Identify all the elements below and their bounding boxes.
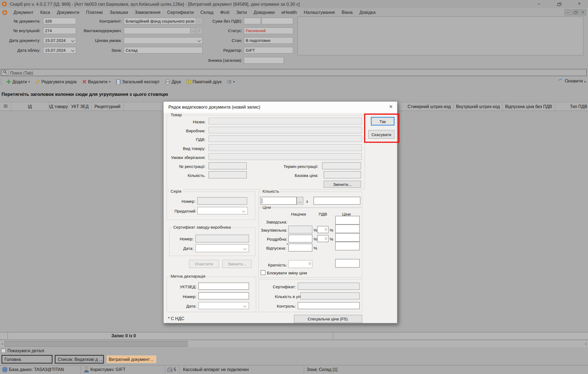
scroll-right-arrow[interactable]: ›: [583, 341, 588, 347]
menu-item-windows[interactable]: Вікна: [338, 10, 356, 15]
purchase-price-field[interactable]: [335, 225, 359, 233]
series-valid-chevron-icon[interactable]: [242, 209, 245, 213]
delete-button[interactable]: Видалити▾: [79, 79, 113, 84]
extra-price-field[interactable]: [335, 259, 359, 268]
purchase-markup-field[interactable]: [288, 226, 312, 234]
column-header-prescription[interactable]: Рецептурний: [92, 102, 124, 111]
mdi-restore-button[interactable]: [572, 9, 579, 15]
menu-item-certificates[interactable]: Сертифікати: [164, 10, 197, 15]
edit-row-button[interactable]: Редагувати рядок: [32, 79, 79, 84]
product-change-button[interactable]: Змінити...: [324, 181, 361, 188]
menu-item-documents[interactable]: Документи: [53, 10, 83, 15]
menu-item-directories[interactable]: Довідники: [250, 10, 278, 15]
menu-item-branches[interactable]: Філії: [217, 10, 233, 15]
columns-menu-button[interactable]: ▾: [224, 79, 237, 84]
product-type-field[interactable]: [209, 144, 362, 151]
cert-clear-button[interactable]: Очистити: [189, 260, 219, 268]
menu-item-stock[interactable]: Залишки: [106, 10, 132, 15]
ok-button[interactable]: Так: [371, 117, 395, 126]
tab-expense-document[interactable]: Витратний документ ..: [106, 355, 157, 364]
mdi-minimize-button[interactable]: –: [564, 9, 571, 15]
menu-item-ehealth[interactable]: eHealth: [278, 10, 300, 15]
factory-price-field[interactable]: [335, 216, 359, 225]
retail-vat-field[interactable]: 0: [317, 235, 328, 242]
uktzed-field[interactable]: [198, 283, 249, 290]
sum-no-vat-field-1[interactable]: [244, 18, 261, 24]
batch-print-button[interactable]: Пакетний друк: [184, 79, 224, 84]
menu-item-settings[interactable]: Налаштування: [300, 10, 338, 15]
special-price-button[interactable]: Спеціальна ціна (F5).: [294, 315, 362, 323]
cert-change-button[interactable]: Змінити...: [223, 260, 252, 268]
column-header-uktzed[interactable]: УКТ ЗЕД: [69, 102, 92, 111]
column-header-sticker-barcode[interactable]: Стикерний штрих-код: [405, 102, 454, 111]
cancel-button[interactable]: Скасувати: [368, 130, 394, 139]
dialog-title-bar[interactable]: Рядок видаткового документа (новий запис…: [163, 102, 397, 113]
certificate-field[interactable]: [298, 283, 359, 290]
row-selector-column-header[interactable]: [0, 102, 11, 111]
add-button[interactable]: Додати▾: [4, 79, 33, 84]
series-number-field[interactable]: [197, 197, 247, 205]
cert-date-chevron-icon[interactable]: [243, 247, 246, 250]
refresh-button[interactable]: Оновити ▾: [558, 78, 586, 84]
column-header-product-id[interactable]: ІД товару: [49, 102, 69, 111]
delete-dropdown-icon[interactable]: ▾: [109, 80, 111, 83]
cert-date-dropdown[interactable]: [195, 244, 249, 252]
menu-item-help[interactable]: Довідка: [356, 10, 379, 15]
columns-menu-dropdown-icon[interactable]: ▾: [233, 80, 235, 83]
quantity-total-field[interactable]: [313, 197, 360, 205]
tab-expense-list[interactable]: Список: Видаткові д ...: [55, 355, 104, 364]
add-dropdown-icon[interactable]: ▾: [28, 80, 30, 83]
customs-number-field[interactable]: [198, 292, 249, 299]
horizontal-scrollbar[interactable]: ‹ ›: [0, 341, 588, 347]
column-header-id[interactable]: ІД: [11, 102, 49, 111]
series-valid-dropdown[interactable]: [197, 207, 248, 214]
export-button[interactable]: Загальний експорт: [113, 79, 162, 84]
product-name-field[interactable]: [209, 118, 362, 124]
refresh-dropdown-icon[interactable]: ▾: [584, 80, 586, 84]
window-minimize-button[interactable]: –: [534, 1, 544, 7]
reg-number-field[interactable]: [209, 162, 247, 169]
tab-main[interactable]: Головна: [2, 355, 53, 364]
customs-date-dropdown[interactable]: [198, 302, 249, 309]
control-field[interactable]: [298, 302, 359, 309]
selling-markup-field[interactable]: [288, 244, 312, 252]
column-header-vat-type[interactable]: Тип ПДВ: [555, 102, 588, 111]
search-input[interactable]: [9, 69, 461, 76]
sum-no-vat-field-2[interactable]: [261, 18, 293, 24]
retail-markup-field[interactable]: [288, 235, 312, 243]
product-quantity-field[interactable]: [209, 171, 247, 178]
menu-item-payments[interactable]: Платежі: [83, 10, 106, 15]
discount-field[interactable]: [244, 57, 284, 64]
mdi-close-button[interactable]: ×: [579, 9, 586, 15]
vat-field[interactable]: [209, 135, 362, 142]
search-bar[interactable]: [1, 69, 587, 76]
menu-item-document[interactable]: Документ: [10, 10, 37, 15]
customs-date-chevron-icon[interactable]: [243, 304, 246, 308]
scrollbar-thumb[interactable]: [5, 341, 188, 347]
menu-item-warehouse[interactable]: Склад: [197, 10, 217, 15]
column-header-selling-price[interactable]: Відпускна ціна без ПДВ: [502, 102, 555, 111]
cert-number-field[interactable]: [195, 235, 249, 243]
print-button[interactable]: Друк: [162, 79, 184, 84]
window-close-button[interactable]: ×: [574, 1, 584, 7]
show-details-checkbox[interactable]: [1, 349, 6, 353]
qty-per-pack-field[interactable]: [300, 292, 360, 299]
quantity-input[interactable]: [260, 197, 297, 205]
menu-item-orders[interactable]: Замовлення: [131, 10, 164, 15]
dialog-close-button[interactable]: ×: [389, 103, 393, 110]
selling-price-field[interactable]: [335, 242, 359, 250]
menu-item-kasa[interactable]: Каса: [37, 10, 53, 15]
manufacturer-field[interactable]: [209, 127, 362, 133]
column-header-internal-barcode[interactable]: Внутрішній штрих-код: [454, 102, 502, 111]
scroll-left-arrow[interactable]: ‹: [0, 341, 5, 347]
storage-field[interactable]: [209, 153, 362, 160]
menu-item-reports[interactable]: Звіти: [233, 10, 250, 15]
toolbar-grip[interactable]: [1, 78, 4, 85]
purchase-vat-field[interactable]: 0: [317, 226, 328, 233]
multiplicity-field[interactable]: 0: [288, 260, 312, 268]
retail-price-field[interactable]: [335, 233, 359, 242]
quantity-lookup-button[interactable]: ...: [297, 197, 303, 205]
base-price-field[interactable]: [324, 171, 361, 178]
reg-term-field[interactable]: [322, 162, 361, 169]
window-restore-button[interactable]: [554, 2, 564, 8]
